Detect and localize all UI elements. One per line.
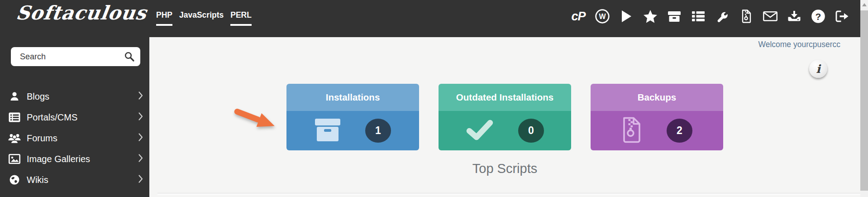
sidebar-item-image-galleries[interactable]: Image Galleries — [0, 149, 149, 169]
search-box — [11, 47, 140, 66]
top-navigation: PHP JavaScripts PERL — [156, 10, 252, 26]
globe-icon — [8, 174, 21, 185]
users-icon — [8, 133, 21, 144]
user-icon — [8, 91, 21, 102]
svg-text:?: ? — [816, 11, 821, 22]
search-icon[interactable] — [124, 51, 135, 64]
scrollbar-thumb[interactable] — [860, 10, 868, 191]
sidebar-item-label: Image Galleries — [27, 154, 138, 164]
card-title: Backups — [638, 92, 676, 103]
summary-cards: Installations 1 Outdated Installations — [149, 84, 860, 150]
sidebar-item-label: Blogs — [27, 91, 138, 102]
installations-card[interactable]: Installations 1 — [286, 84, 419, 150]
top-bar: Softaculous PHP JavaScripts PERL cP W — [0, 0, 860, 37]
sidebar-item-label: Forums — [27, 133, 138, 144]
help-icon[interactable]: ? — [810, 8, 826, 24]
outdated-count-badge: 0 — [518, 119, 544, 143]
download-icon[interactable] — [786, 8, 802, 24]
scroll-up-button[interactable] — [860, 0, 868, 9]
top-scripts-heading: Top Scripts — [149, 161, 860, 176]
sign-out-icon[interactable] — [834, 8, 850, 24]
list-icon[interactable] — [690, 8, 706, 24]
zip-file-icon[interactable] — [738, 8, 754, 24]
card-title: Outdated Installations — [456, 92, 553, 103]
wrench-icon[interactable] — [714, 8, 730, 24]
sidebar-item-portals-cms[interactable]: Portals/CMS — [0, 107, 149, 128]
card-title: Installations — [326, 92, 380, 103]
backups-count-badge: 2 — [667, 119, 692, 143]
triangle-up-icon — [862, 3, 867, 6]
chevron-right-icon — [138, 175, 143, 185]
zip-file-icon — [621, 117, 642, 145]
svg-text:W: W — [599, 13, 606, 20]
info-icon[interactable]: i — [809, 60, 827, 78]
sidebar-menu: Blogs Portals/CMS — [0, 86, 149, 190]
vertical-scrollbar[interactable] — [860, 0, 868, 197]
sidebar: Blogs Portals/CMS — [0, 37, 149, 197]
list-card-icon — [8, 112, 21, 122]
cpanel-icon[interactable]: cP — [570, 8, 587, 24]
section-divider — [157, 193, 860, 195]
chevron-right-icon — [138, 91, 143, 101]
outdated-installations-card[interactable]: Outdated Installations 0 — [439, 84, 571, 150]
chevron-right-icon — [138, 112, 143, 122]
tab-javascripts[interactable]: JavaScripts — [179, 10, 224, 26]
softaculous-logo[interactable]: Softaculous — [15, 2, 148, 24]
star-icon[interactable] — [642, 8, 658, 24]
installations-count-badge: 1 — [365, 119, 391, 143]
sidebar-item-label: Portals/CMS — [27, 112, 138, 123]
envelope-icon[interactable] — [762, 8, 778, 24]
wordpress-icon[interactable]: W — [594, 8, 610, 24]
archive-box-icon[interactable] — [666, 8, 682, 24]
sidebar-item-forums[interactable]: Forums — [0, 128, 149, 149]
tab-perl[interactable]: PERL — [230, 10, 252, 26]
image-icon — [8, 154, 21, 164]
play-icon[interactable] — [618, 8, 634, 24]
main-content: Welcome yourcpusercc i Installations 1 — [149, 37, 860, 197]
check-icon — [466, 119, 494, 143]
sidebar-item-wikis[interactable]: Wikis — [0, 169, 149, 190]
tab-php[interactable]: PHP — [156, 10, 172, 26]
chevron-right-icon — [138, 133, 143, 143]
backups-card[interactable]: Backups 2 — [591, 84, 723, 150]
welcome-text: Welcome yourcpusercc — [758, 40, 840, 49]
sidebar-item-label: Wikis — [27, 175, 138, 185]
topbar-icon-row: cP W — [570, 0, 850, 33]
archive-box-icon — [315, 118, 341, 144]
sidebar-item-blogs[interactable]: Blogs — [0, 86, 149, 107]
search-input[interactable] — [11, 47, 140, 66]
chevron-right-icon — [138, 154, 143, 164]
